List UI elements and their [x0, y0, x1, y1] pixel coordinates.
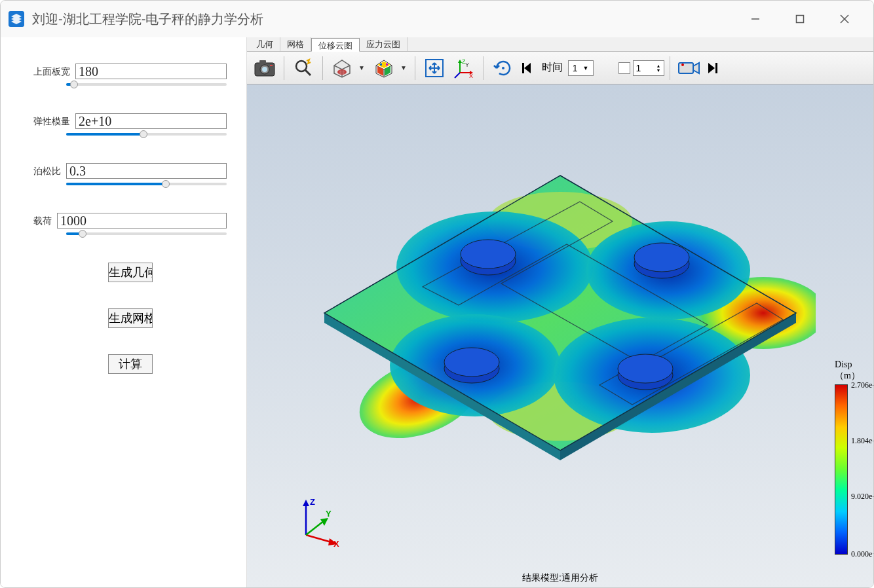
svg-point-42	[634, 243, 689, 272]
svg-point-23	[502, 67, 504, 69]
maximize-button[interactable]	[787, 6, 813, 32]
svg-text:X: X	[469, 73, 473, 79]
param-label: 上面板宽	[33, 66, 70, 79]
svg-text:Y: Y	[465, 62, 469, 68]
checkbox[interactable]	[618, 62, 630, 74]
param-row: 泊松比 0.3	[33, 163, 227, 187]
param-label: 泊松比	[33, 166, 61, 179]
step-forward-button[interactable]	[706, 54, 720, 82]
param-row: 弹性模量 2e+10	[33, 113, 227, 137]
svg-rect-15	[386, 64, 388, 65]
svg-rect-2	[797, 16, 804, 23]
generate-geometry-button[interactable]: 生成几何	[108, 263, 153, 282]
param-row: 载荷 1000	[33, 213, 227, 236]
window-controls	[742, 6, 868, 32]
close-button[interactable]	[831, 6, 858, 32]
param-label: 载荷	[33, 215, 52, 229]
svg-line-11	[305, 70, 311, 75]
camera-button[interactable]	[675, 54, 703, 82]
param-slider[interactable]	[66, 81, 227, 87]
tab-2[interactable]: 位移云图	[311, 38, 360, 52]
window-title: 刘迎-湖北工程学院-电子秤的静力学分析	[32, 10, 742, 28]
svg-line-50	[306, 521, 324, 535]
fea-model	[305, 149, 816, 503]
svg-point-10	[296, 61, 307, 71]
param-slider[interactable]	[66, 130, 227, 137]
svg-text:Y: Y	[326, 509, 332, 519]
tab-bar: 几何网格位移云图应力云图	[247, 37, 873, 52]
sidebar: 上面板宽 180 弹性模量 2e+10 泊松比 0.3 载荷 1000	[1, 37, 246, 587]
legend-tick: 1.804e-05	[851, 435, 873, 445]
colormap-dropdown[interactable]: ▼	[370, 54, 409, 82]
param-row: 上面板宽 180	[33, 64, 227, 87]
svg-text:Z: Z	[310, 497, 315, 507]
viewport-3d[interactable]: Z Y X Disp （m） 2.706e-051.804e-059.020e-…	[247, 84, 873, 587]
param-input[interactable]: 1000	[57, 213, 227, 229]
param-slider[interactable]	[66, 180, 227, 187]
svg-rect-14	[380, 64, 382, 65]
axis-triad-button[interactable]: Z Y X	[451, 54, 478, 82]
step-spinner[interactable]: 1 ▲▼	[633, 60, 664, 76]
app-icon	[6, 9, 27, 29]
tab-1[interactable]: 网格	[280, 37, 311, 51]
legend-tick: 9.020e-06	[851, 491, 873, 501]
status-text: 结果模型:通用分析	[247, 570, 873, 586]
param-input[interactable]: 180	[75, 64, 227, 79]
param-input[interactable]: 0.3	[66, 163, 227, 179]
svg-rect-25	[679, 63, 693, 73]
svg-point-40	[461, 240, 516, 268]
color-legend: Disp （m） 2.706e-051.804e-059.020e-060.00…	[835, 359, 860, 555]
fit-view-button[interactable]	[421, 54, 448, 82]
legend-tick: 0.000e+00	[851, 549, 873, 559]
chevron-down-icon: ▼	[583, 65, 589, 71]
main-area: 几何网格位移云图应力云图	[246, 37, 873, 587]
rotate-button[interactable]	[489, 54, 517, 82]
titlebar: 刘迎-湖北工程学院-电子秤的静力学分析	[1, 1, 873, 37]
toolbar: ▼ ▼	[247, 52, 873, 84]
svg-point-26	[681, 64, 684, 66]
app-window: 刘迎-湖北工程学院-电子秤的静力学分析 上面板宽 180 弹性模量 2e+10	[0, 0, 874, 588]
svg-rect-6	[259, 60, 266, 64]
svg-rect-9	[270, 65, 273, 66]
tab-0[interactable]: 几何	[250, 37, 280, 51]
svg-rect-24	[522, 63, 524, 73]
calculate-button[interactable]: 计算	[108, 354, 153, 374]
svg-text:X: X	[333, 539, 339, 548]
param-label: 弹性模量	[33, 116, 70, 129]
chevron-down-icon: ▼	[356, 64, 368, 71]
svg-point-8	[262, 67, 267, 72]
view-mode-dropdown[interactable]: ▼	[328, 54, 368, 82]
chevron-down-icon: ▼	[398, 64, 409, 71]
tab-3[interactable]: 应力云图	[360, 37, 408, 51]
time-label: 时间	[542, 61, 563, 75]
legend-tick: 2.706e-05	[851, 380, 873, 390]
time-select[interactable]: 1 ▼	[568, 60, 594, 76]
svg-point-46	[618, 354, 673, 383]
quick-zoom-button[interactable]	[290, 54, 317, 82]
svg-point-44	[444, 348, 499, 377]
generate-mesh-button[interactable]: 生成网格	[108, 308, 153, 328]
minimize-button[interactable]	[742, 6, 769, 32]
param-input[interactable]: 2e+10	[75, 113, 227, 129]
svg-rect-27	[715, 63, 717, 73]
step-back-button[interactable]	[520, 54, 537, 82]
svg-line-19	[455, 73, 460, 78]
param-slider[interactable]	[66, 230, 227, 236]
screenshot-button[interactable]	[251, 54, 278, 82]
axis-triad-icon: Z Y X	[293, 496, 345, 548]
